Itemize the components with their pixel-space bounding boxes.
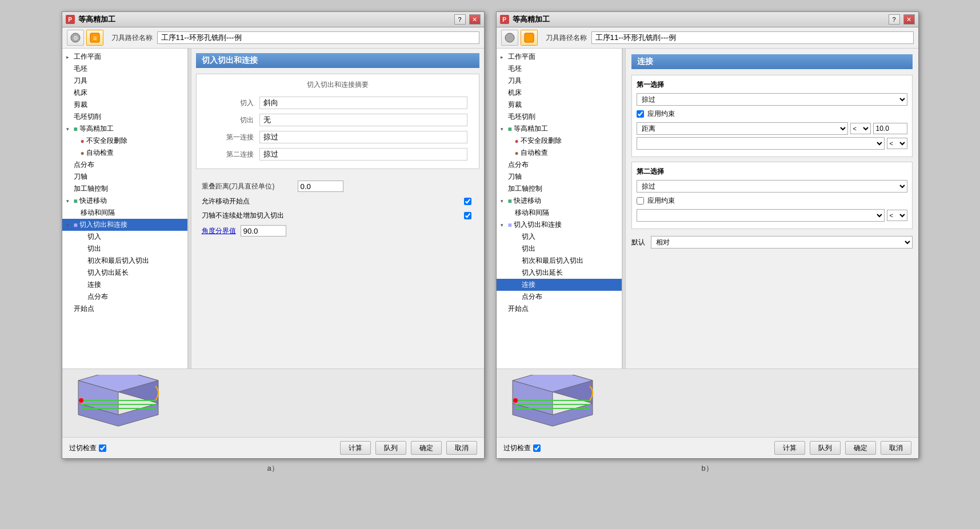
distance-value[interactable]: [873, 123, 907, 134]
summary-label-3: 第二连接: [208, 150, 254, 159]
tree-b-item-16[interactable]: 切出: [497, 243, 622, 255]
path-input-a[interactable]: [157, 31, 479, 44]
footer-left-b: 过切检查: [503, 443, 770, 453]
toolbar-btn-2-b[interactable]: [521, 30, 538, 46]
tree-b-item-2[interactable]: 刀具: [497, 75, 622, 87]
summary-input-1[interactable]: [259, 114, 467, 126]
tree-item-4[interactable]: 剪裁: [62, 99, 187, 111]
tree-item-3[interactable]: 机床: [62, 87, 187, 99]
tree-b-item-0[interactable]: ▸工作平面: [497, 51, 622, 63]
tree-item-11[interactable]: 加工轴控制: [62, 183, 187, 195]
tree-item-21[interactable]: 开始点: [62, 303, 187, 315]
tree-b-item-17[interactable]: 初次和最后切入切出: [497, 255, 622, 267]
add-entry-checkbox[interactable]: [464, 212, 471, 219]
queue-button-b[interactable]: 队列: [810, 441, 841, 455]
help-button-b[interactable]: ?: [889, 14, 900, 25]
tree-b-item-1[interactable]: 毛坯: [497, 63, 622, 75]
tree-item-10[interactable]: 刀轴: [62, 171, 187, 183]
tree-item-0[interactable]: ▸工作平面: [62, 51, 187, 63]
toolbar-btn-1-b[interactable]: [501, 30, 518, 46]
apply-constraint-label1: 应用约束: [647, 109, 675, 119]
tree-b-item-19[interactable]: 连接: [497, 279, 622, 291]
toolbar-btn-1-a[interactable]: ⚙: [67, 30, 84, 46]
apply-constraint-checkbox2[interactable]: [637, 197, 644, 205]
cancel-button-a[interactable]: 取消: [446, 441, 477, 455]
queue-button-a[interactable]: 队列: [375, 441, 406, 455]
close-button-a[interactable]: ✕: [469, 14, 481, 25]
tree-item-12[interactable]: ▾■快进移动: [62, 195, 187, 207]
summary-label-1: 切出: [208, 115, 254, 125]
overlap-input[interactable]: [298, 181, 343, 192]
tree-item-17[interactable]: 初次和最后切入切出: [62, 255, 187, 267]
allow-move-label: 允许移动开始点: [202, 197, 459, 206]
overcut-checkbox-b[interactable]: [533, 444, 541, 452]
tree-b-item-20[interactable]: 点分布: [497, 291, 622, 303]
tree-b-item-14[interactable]: ▾■切入切出和连接: [497, 219, 622, 231]
op-select-3[interactable]: <: [887, 210, 907, 221]
summary-input-2[interactable]: [259, 131, 467, 143]
form-row-add-entry: 刀轴不连续处增加切入切出: [196, 209, 479, 223]
constraint-row-2: <: [637, 137, 907, 150]
tree-item-15[interactable]: 切入: [62, 231, 187, 243]
tree-item-14[interactable]: ▾■切入切出和连接: [62, 219, 187, 231]
toolbar-btn-2-a[interactable]: ≡: [86, 30, 103, 46]
tree-item-8[interactable]: ●自动检查: [62, 147, 187, 159]
second-choice-label: 第二选择: [637, 167, 907, 177]
second-choice-dropdown[interactable]: 掠过: [637, 180, 907, 193]
tree-b-item-10[interactable]: 刀轴: [497, 171, 622, 183]
svg-text:≡: ≡: [93, 34, 97, 42]
titlebar-b: P 等高精加工 ? ✕: [497, 12, 918, 27]
tree-b-item-21[interactable]: 开始点: [497, 303, 622, 315]
overcut-checkbox-a[interactable]: [99, 444, 106, 452]
close-button-b[interactable]: ✕: [903, 14, 915, 25]
tree-item-19[interactable]: 连接: [62, 279, 187, 291]
summary-input-3[interactable]: [259, 148, 467, 161]
tree-b-item-15[interactable]: 切入: [497, 231, 622, 243]
tree-item-5[interactable]: 毛坯切削: [62, 111, 187, 123]
angle-link[interactable]: 角度分界值: [202, 226, 236, 236]
tree-b-item-4[interactable]: 剪裁: [497, 99, 622, 111]
ok-button-b[interactable]: 确定: [845, 441, 876, 455]
tree-b-item-5[interactable]: 毛坯切削: [497, 111, 622, 123]
calc-button-a[interactable]: 计算: [340, 441, 371, 455]
tree-b-item-12[interactable]: ▾■快进移动: [497, 195, 622, 207]
ok-button-a[interactable]: 确定: [411, 441, 442, 455]
tree-item-16[interactable]: 切出: [62, 243, 187, 255]
tree-item-13[interactable]: 移动和间隔: [62, 207, 187, 219]
tree-b-item-11[interactable]: 加工轴控制: [497, 183, 622, 195]
path-input-b[interactable]: [591, 31, 914, 44]
tree-b-item-9[interactable]: 点分布: [497, 159, 622, 171]
cancel-button-b[interactable]: 取消: [881, 441, 911, 455]
preview-svg-a: [67, 375, 164, 438]
preview-svg-b: [501, 375, 598, 438]
tree-item-6[interactable]: ▾■等高精加工: [62, 123, 187, 135]
preview-3d-a: [67, 375, 170, 432]
op-select-1[interactable]: < >: [850, 123, 871, 134]
op-select-2[interactable]: <: [887, 138, 907, 149]
distance-dropdown[interactable]: 距离: [637, 122, 848, 135]
tree-item-1[interactable]: 毛坯: [62, 63, 187, 75]
empty-dropdown-1[interactable]: [637, 137, 885, 150]
apply-constraint-checkbox1[interactable]: [637, 110, 644, 118]
first-choice-dropdown[interactable]: 掠过: [637, 93, 907, 106]
tree-b-item-18[interactable]: 切入切出延长: [497, 267, 622, 279]
tree-b-item-3[interactable]: 机床: [497, 87, 622, 99]
allow-move-checkbox[interactable]: [464, 198, 471, 205]
tree-b-item-8[interactable]: ●自动检查: [497, 147, 622, 159]
empty-dropdown-2[interactable]: [637, 209, 885, 222]
tree-item-18[interactable]: 切入切出延长: [62, 267, 187, 279]
dialog-b: P 等高精加工 ? ✕ 刀具路径名称 ▸工作平面 毛坯 刀具 机床 剪裁 毛坯切…: [496, 11, 919, 459]
help-button-a[interactable]: ?: [454, 14, 466, 25]
calc-button-b[interactable]: 计算: [774, 441, 805, 455]
tree-item-20[interactable]: 点分布: [62, 291, 187, 303]
tree-b-item-13[interactable]: 移动和间隔: [497, 207, 622, 219]
tree-b-item-7[interactable]: ●不安全段删除: [497, 135, 622, 147]
tree-item-7[interactable]: ●不安全段删除: [62, 135, 187, 147]
tree-item-9[interactable]: 点分布: [62, 159, 187, 171]
summary-input-0[interactable]: [259, 97, 467, 109]
summary-row-0: 切入: [202, 94, 473, 111]
tree-b-item-6[interactable]: ▾■等高精加工: [497, 123, 622, 135]
tree-item-2[interactable]: 刀具: [62, 75, 187, 87]
angle-input[interactable]: [241, 225, 286, 237]
default-dropdown[interactable]: 相对: [651, 236, 913, 249]
